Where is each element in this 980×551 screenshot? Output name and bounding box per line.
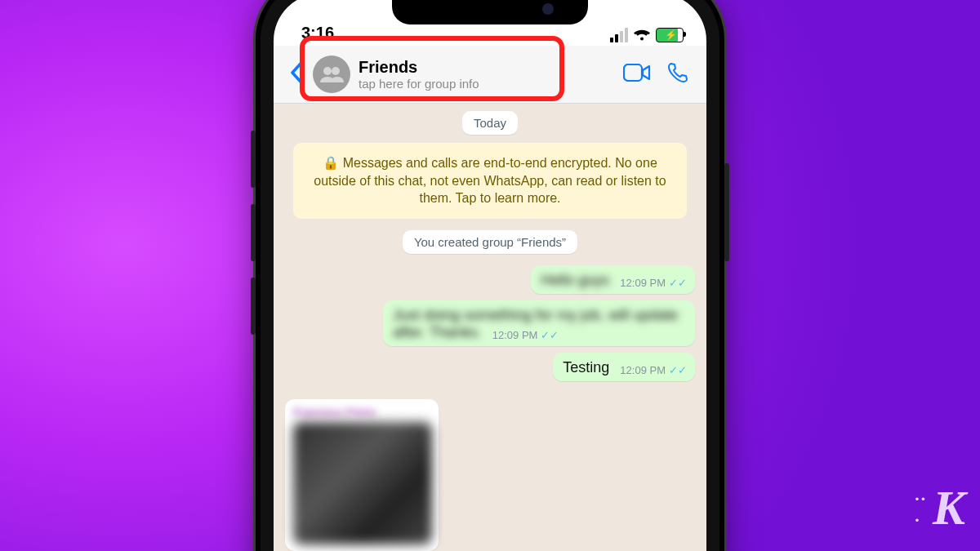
message-time: 12:09 PM	[620, 364, 666, 376]
status-time: 3:16	[301, 24, 334, 42]
message-sender-name-blurred: Francisco Primo	[293, 406, 432, 419]
encryption-notice[interactable]: 🔒 Messages and calls are end-to-end encr…	[293, 143, 687, 219]
lock-icon: 🔒	[323, 156, 339, 170]
message-text: Testing	[563, 359, 609, 375]
watermark-logo: ∙∙∙K	[933, 480, 962, 536]
voice-call-button[interactable]	[659, 57, 697, 91]
message-text-blurred: Hello guys	[541, 272, 609, 288]
read-receipt-icon: ✓✓	[541, 329, 559, 341]
date-separator: Today	[462, 111, 518, 135]
svg-rect-2	[624, 64, 642, 81]
phone-screen: 3:16 ⚡ F	[274, 0, 706, 551]
group-title: Friends	[359, 58, 479, 77]
message-outgoing[interactable]: Testing 12:09 PM ✓✓	[274, 349, 706, 384]
phone-side-button	[724, 163, 729, 261]
back-button[interactable]	[283, 59, 310, 90]
video-call-button[interactable]	[615, 59, 659, 90]
message-time: 12:09 PM	[492, 329, 538, 341]
message-incoming[interactable]: Francisco Primo	[274, 396, 706, 551]
message-time: 12:09 PM	[620, 277, 666, 289]
phone-notch	[392, 0, 588, 24]
cellular-signal-icon	[610, 28, 628, 42]
phone-frame: 3:16 ⚡ F	[256, 0, 724, 551]
wifi-icon	[633, 29, 651, 42]
chat-header: Friends tap here for group info	[274, 46, 706, 104]
screenshot-stage: 3:16 ⚡ F	[0, 0, 980, 551]
message-media-preview-blurred	[293, 422, 432, 544]
read-receipt-icon: ✓✓	[669, 364, 687, 376]
read-receipt-icon: ✓✓	[669, 277, 687, 289]
group-info-button[interactable]: Friends tap here for group info	[313, 56, 479, 93]
svg-point-1	[332, 67, 340, 75]
svg-point-0	[323, 67, 332, 75]
system-message: You created group “Friends”	[403, 230, 577, 254]
chat-body[interactable]: Today 🔒 Messages and calls are end-to-en…	[274, 100, 706, 551]
group-avatar-icon	[313, 56, 350, 93]
group-subtitle: tap here for group info	[359, 77, 479, 91]
message-outgoing[interactable]: Just doing something for my job, will up…	[274, 297, 706, 349]
message-outgoing[interactable]: Hello guys 12:09 PM ✓✓	[274, 262, 706, 297]
battery-charging-icon: ⚡	[656, 28, 684, 42]
